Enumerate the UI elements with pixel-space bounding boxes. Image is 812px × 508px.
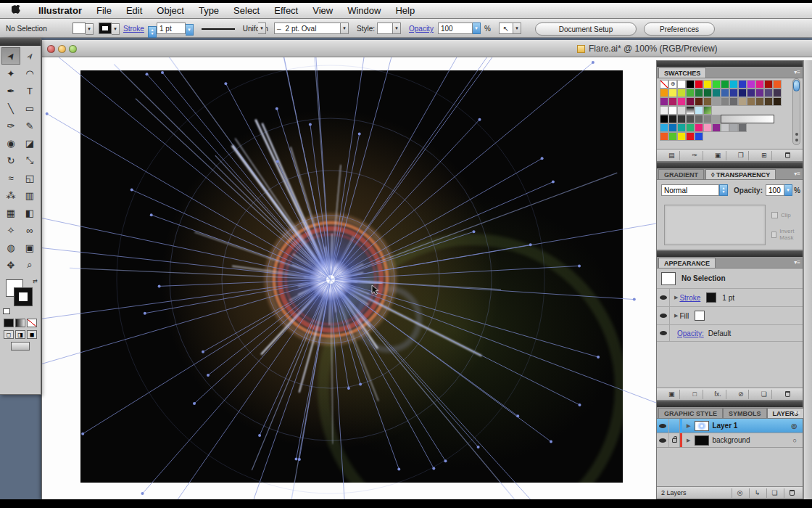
live-paint-selection-tool[interactable]: ▣ — [20, 239, 39, 256]
swatch[interactable] — [686, 115, 695, 123]
scroll-down-arrow[interactable] — [795, 139, 798, 142]
layers-drag-bar[interactable] — [657, 401, 803, 407]
select-similar-button[interactable]: ↖ — [499, 22, 513, 34]
color-button[interactable] — [4, 319, 14, 327]
swatch[interactable] — [686, 106, 695, 115]
brush-dropdown-arrow[interactable]: ▼ — [258, 22, 266, 34]
swatch-options-button[interactable]: ▣ — [710, 151, 726, 160]
appearance-panel-menu-icon[interactable]: ▾≡ — [794, 259, 800, 266]
swatch[interactable] — [721, 80, 729, 89]
apple-logo[interactable] — [12, 5, 21, 16]
eyedropper-tool[interactable]: ✧ — [1, 221, 20, 239]
swatch[interactable] — [729, 97, 738, 106]
disclosure-triangle-icon[interactable]: ▶ — [674, 313, 678, 319]
menu-item-view[interactable]: View — [305, 5, 340, 16]
swatch[interactable] — [747, 80, 755, 89]
new-fill-button[interactable]: □ — [687, 390, 703, 399]
gradient-tool[interactable]: ◧ — [20, 204, 39, 221]
swatch[interactable] — [703, 89, 712, 97]
transparency-panel-menu-icon[interactable]: ▾≡ — [794, 171, 800, 177]
swatch[interactable] — [668, 89, 677, 97]
swatch[interactable] — [660, 97, 668, 106]
stroke-weight-field[interactable]: 1 pt — [157, 22, 186, 34]
layer1-target-icon[interactable]: ◎ — [791, 422, 797, 430]
layers-panel-menu-icon[interactable]: ▾≡ — [794, 409, 800, 416]
swatches-panel-menu-icon[interactable]: ▾≡ — [794, 69, 800, 75]
zoom-window-button[interactable] — [69, 45, 77, 53]
column-graph-tool[interactable]: ▥ — [20, 187, 39, 204]
transparency-opacity-arrow[interactable]: ▼ — [784, 184, 792, 196]
swatch[interactable] — [660, 132, 668, 141]
swatch[interactable] — [660, 115, 668, 123]
stroke-weight-control[interactable]: ▲▼1 pt▼ — [148, 22, 194, 38]
swatch[interactable] — [738, 80, 747, 89]
magic-wand-tool[interactable]: ✦ — [1, 65, 20, 82]
new-swatch-button[interactable]: ⊞ — [756, 151, 772, 160]
swatch[interactable] — [747, 97, 755, 106]
menu-item-illustrator[interactable]: Illustrator — [31, 5, 89, 16]
dock-edge-strip[interactable] — [803, 60, 812, 499]
swatch[interactable] — [703, 80, 712, 89]
none-button[interactable] — [27, 319, 37, 327]
create-new-layer-button[interactable]: ❏ — [766, 488, 782, 498]
swatch[interactable] — [721, 89, 729, 97]
swatch[interactable] — [712, 97, 721, 106]
add-effect-button[interactable]: fx. — [710, 390, 726, 399]
paintbrush-tool[interactable]: ✑ — [1, 117, 20, 134]
appearance-drag-bar[interactable] — [657, 251, 803, 257]
select-similar-arrow[interactable]: ▼ — [513, 22, 521, 34]
scale-tool[interactable]: ⤡ — [20, 152, 39, 169]
tab-symbols[interactable]: SYMBOLS — [723, 408, 767, 418]
create-sublayer-button[interactable]: ↳ — [749, 488, 765, 498]
duplicate-item-button[interactable]: ❏ — [756, 390, 772, 399]
swatch[interactable] — [738, 97, 747, 106]
swatch[interactable] — [764, 89, 773, 97]
swatch[interactable] — [729, 80, 738, 89]
opacity-dropdown-arrow[interactable]: ▼ — [473, 22, 481, 34]
swatch[interactable] — [755, 80, 764, 89]
tab-appearance[interactable]: APPEARANCE — [658, 258, 716, 268]
layer1-visibility-toggle[interactable] — [657, 419, 669, 433]
swatch[interactable] — [747, 89, 755, 97]
appearance-stroke-link[interactable]: Stroke — [679, 294, 700, 302]
blend-mode-dropdown[interactable]: Normal — [661, 184, 719, 196]
swatch[interactable] — [686, 132, 695, 141]
swatch[interactable] — [721, 97, 729, 106]
transparency-opacity-field[interactable]: 100 — [766, 184, 784, 196]
stroke-weight-dropdown-arrow[interactable]: ▼ — [186, 24, 194, 36]
swatch[interactable] — [738, 123, 747, 132]
swatch[interactable] — [695, 123, 703, 132]
swatch[interactable] — [773, 97, 782, 106]
live-paint-bucket-tool[interactable]: ◍ — [1, 239, 20, 256]
pencil-tool[interactable]: ✎ — [20, 117, 39, 134]
clear-appearance-button[interactable]: ⊘ — [733, 390, 749, 399]
fill-color-dropdown[interactable]: ▼ — [72, 22, 94, 35]
close-window-button[interactable] — [47, 45, 55, 53]
swatch[interactable] — [660, 123, 668, 132]
default-fill-stroke-icon[interactable] — [3, 308, 10, 314]
swatch[interactable] — [686, 97, 695, 106]
warp-tool[interactable]: ≈ — [1, 169, 20, 187]
menu-item-type[interactable]: Type — [191, 5, 226, 16]
swatch[interactable] — [703, 115, 712, 123]
menu-item-object[interactable]: Object — [149, 5, 191, 16]
minimize-window-button[interactable] — [58, 45, 66, 53]
stroke-swatch-control[interactable] — [99, 22, 112, 34]
opacity-visibility-toggle[interactable] — [657, 325, 670, 341]
swatch[interactable] — [686, 123, 695, 132]
disclosure-triangle-icon[interactable]: ▶ — [674, 295, 678, 300]
transparency-drag-bar[interactable] — [657, 163, 803, 168]
swatch-none[interactable] — [660, 80, 668, 89]
symbol-sprayer-tool[interactable]: ⁂ — [1, 187, 20, 204]
appearance-opacity-row[interactable]: Opacity: Default — [657, 325, 803, 342]
layer1-lock-toggle[interactable] — [669, 419, 680, 433]
eraser-tool[interactable]: ◪ — [20, 134, 39, 152]
appearance-stroke-swatch[interactable] — [706, 292, 716, 303]
fill-swatch-control[interactable] — [72, 22, 86, 34]
swatch[interactable] — [729, 123, 738, 132]
swatch[interactable] — [721, 123, 729, 132]
blend-mode-stepper[interactable]: ▲▼ — [719, 184, 728, 196]
swatch[interactable] — [677, 97, 686, 106]
appearance-fill-swatch[interactable] — [695, 311, 705, 321]
swatch-libraries-menu-button[interactable]: ▤ — [664, 151, 680, 160]
